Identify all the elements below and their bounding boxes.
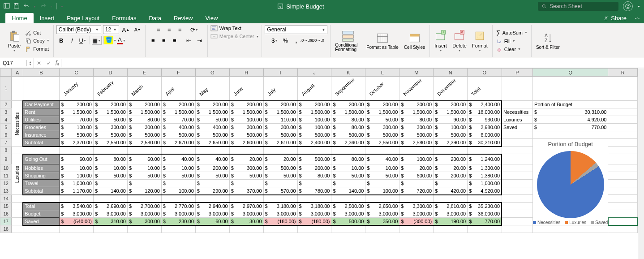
bold-button[interactable]: B xyxy=(56,36,66,45)
undo-icon[interactable] xyxy=(23,3,30,10)
font-name-dropdown[interactable]: Calibri (Body)▼ xyxy=(56,25,101,34)
align-middle-icon[interactable]: ≡ xyxy=(164,25,174,34)
enter-formula-icon[interactable]: ✓ xyxy=(44,60,54,66)
autosum-button[interactable]: ∑AutoSum▼ xyxy=(495,29,528,37)
increase-indent-icon[interactable]: ⇥ xyxy=(195,36,205,45)
svg-point-7 xyxy=(626,4,631,9)
name-box[interactable]: Q17 xyxy=(0,60,27,66)
svg-rect-0 xyxy=(4,3,9,8)
svg-text:x: x xyxy=(279,5,281,9)
svg-rect-19 xyxy=(343,31,354,34)
title-bar: ▼ ▼ ▼ x Simple Budget Search Sheet ▼ xyxy=(0,0,644,13)
decrease-decimal-icon[interactable]: .00→.0 xyxy=(313,36,322,45)
align-bottom-icon[interactable]: ≡ xyxy=(175,25,185,34)
feedback-dropdown-icon[interactable]: ▼ xyxy=(637,5,640,8)
increase-font-icon[interactable]: A▲ xyxy=(121,25,131,34)
spreadsheet-grid[interactable]: ABCDEFGHIJKLMNOPQR1JanuaryFebruaryMarchA… xyxy=(0,68,638,259)
svg-point-5 xyxy=(542,4,545,7)
tab-data[interactable]: Data xyxy=(142,13,167,23)
svg-rect-12 xyxy=(13,35,19,42)
svg-text:×: × xyxy=(461,30,464,35)
collapse-ribbon-icon[interactable]: ︿ xyxy=(631,12,644,23)
svg-point-8 xyxy=(627,5,627,6)
align-center-icon[interactable]: ≡ xyxy=(159,36,169,45)
quick-access-toolbar: ▼ ▼ ▼ xyxy=(4,3,64,10)
svg-rect-11 xyxy=(12,31,15,33)
save-icon[interactable] xyxy=(13,3,20,10)
svg-line-6 xyxy=(545,7,546,9)
format-as-table-button[interactable]: Format as Table xyxy=(365,31,400,51)
copy-button[interactable]: Copy▼ xyxy=(24,37,51,44)
font-color-button[interactable]: A▼ xyxy=(116,36,126,45)
currency-icon[interactable]: $▼ xyxy=(270,36,279,45)
orientation-icon[interactable]: ⟳▼ xyxy=(189,25,199,34)
search-input[interactable]: Search Sheet xyxy=(538,2,618,11)
tab-view[interactable]: View xyxy=(199,13,224,23)
cell-styles-button[interactable]: Cell Styles xyxy=(402,31,427,51)
cut-button[interactable]: Cut xyxy=(24,29,51,36)
qat-customize-icon[interactable]: ▼ xyxy=(60,5,64,8)
tab-formulas[interactable]: Formulas xyxy=(106,13,142,23)
redo-icon[interactable] xyxy=(40,3,46,10)
formula-input[interactable] xyxy=(61,60,644,66)
formula-bar: Q17 ▲▼ ✕ ✓ fx xyxy=(0,58,644,68)
font-size-dropdown[interactable]: 12▼ xyxy=(103,25,119,34)
panel-toggle-icon[interactable] xyxy=(4,3,10,10)
svg-text:Z: Z xyxy=(545,37,548,43)
insert-cells-button[interactable]: +Insert▼ xyxy=(433,29,449,52)
svg-rect-16 xyxy=(27,40,30,43)
svg-rect-20 xyxy=(343,35,354,38)
tab-page-layout[interactable]: Page Layout xyxy=(60,13,106,23)
format-cells-button[interactable]: Format▼ xyxy=(470,29,489,52)
delete-cells-button[interactable]: ×Delete▼ xyxy=(451,29,468,52)
ribbon-tabs: Home Insert Page Layout Formulas Data Re… xyxy=(0,13,644,23)
document-title: x Simple Budget xyxy=(64,3,538,10)
format-painter-button[interactable]: Format xyxy=(24,45,51,52)
share-button[interactable]: Share xyxy=(598,13,631,23)
svg-rect-22 xyxy=(378,34,388,42)
clear-button[interactable]: Clear▼ xyxy=(495,46,528,53)
wrap-text-button[interactable]: Wrap Text xyxy=(210,25,241,31)
border-button[interactable]: ▦▼ xyxy=(92,36,102,45)
undo-dropdown-icon[interactable]: ▼ xyxy=(33,5,36,8)
align-top-icon[interactable]: ≡ xyxy=(154,25,163,34)
fill-button[interactable]: Fill▼ xyxy=(495,38,528,45)
italic-button[interactable]: I xyxy=(67,36,77,45)
redo-dropdown-icon: ▼ xyxy=(50,5,53,8)
decrease-font-icon[interactable]: A▼ xyxy=(133,25,142,34)
tab-home[interactable]: Home xyxy=(5,13,34,23)
svg-rect-2 xyxy=(15,3,17,5)
increase-decimal-icon[interactable]: .0→.00 xyxy=(302,36,312,45)
fill-color-button[interactable]: 🪣▼ xyxy=(106,36,116,45)
align-right-icon[interactable]: ≡ xyxy=(170,36,180,45)
vertical-scrollbar[interactable] xyxy=(638,68,644,259)
cancel-formula-icon[interactable]: ✕ xyxy=(34,60,44,66)
ribbon: Paste▼ Cut Copy▼ Format Calibri (Body)▼ … xyxy=(0,23,644,58)
merge-center-button[interactable]: Merge & Center▼ xyxy=(210,33,259,39)
tab-review[interactable]: Review xyxy=(167,13,199,23)
comma-icon[interactable]: , xyxy=(291,36,301,45)
svg-text:+: + xyxy=(442,30,445,35)
feedback-icon[interactable] xyxy=(623,1,633,11)
conditional-formatting-button[interactable]: Conditional Formatting xyxy=(333,29,363,53)
paste-button[interactable]: Paste▼ xyxy=(6,29,22,52)
percent-icon[interactable]: % xyxy=(280,36,290,45)
tab-insert[interactable]: Insert xyxy=(34,13,61,23)
sort-filter-button[interactable]: AZSort & Filter xyxy=(534,31,562,51)
svg-rect-27 xyxy=(410,34,419,36)
svg-rect-21 xyxy=(343,39,354,41)
underline-button[interactable]: U▼ xyxy=(78,36,88,45)
fx-icon[interactable]: fx xyxy=(54,59,61,66)
align-left-icon[interactable]: ≡ xyxy=(148,36,158,45)
svg-point-9 xyxy=(628,5,629,6)
number-format-dropdown[interactable]: General▼ xyxy=(265,25,327,34)
decrease-indent-icon[interactable]: ⇤ xyxy=(184,36,194,45)
